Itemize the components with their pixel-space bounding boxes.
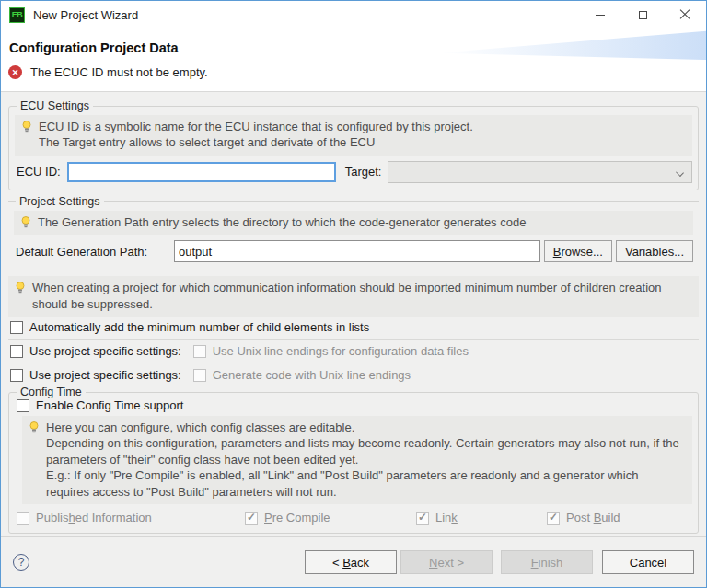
ecu-info-line-1: ECU ID is a symbolic name for the ECU in… [39, 119, 473, 134]
target-label: Target: [345, 165, 382, 179]
unix-line-endings-code-checkbox [193, 369, 206, 382]
enable-config-time-checkbox[interactable] [17, 399, 29, 412]
published-information-option: Published Information [17, 511, 245, 525]
error-message: The ECUC ID must not be empty. [30, 65, 208, 79]
generation-path-label: Default Generation Path: [16, 245, 174, 259]
config-time-group: Config Time Enable Config Time support H… [8, 386, 699, 534]
minimize-button[interactable] [579, 1, 621, 29]
post-build-checkbox [547, 512, 560, 525]
wizard-banner: Configuration Project Data The ECUC ID m… [1, 29, 706, 92]
error-icon [8, 65, 22, 79]
minimize-icon [596, 15, 605, 16]
auto-add-checkbox[interactable] [10, 321, 23, 334]
ecu-settings-legend: ECU Settings [17, 99, 93, 112]
window-title: New Project Wizard [33, 8, 138, 22]
use-project-specific-label-2[interactable]: Use project specific settings: [29, 368, 181, 382]
import-info-panel: When creating a project for which commun… [8, 276, 699, 317]
pre-compile-checkbox [245, 512, 258, 525]
target-dropdown[interactable] [388, 161, 692, 183]
published-information-checkbox [17, 512, 29, 525]
lightbulb-icon [16, 282, 25, 294]
unix-line-endings-config-checkbox [193, 345, 206, 358]
enable-config-time-label[interactable]: Enable Config Time support [36, 398, 183, 412]
separator [8, 363, 699, 363]
new-project-wizard-dialog: EB New Project Wizard Configuration Proj… [0, 0, 707, 588]
pre-compile-option: Pre Compile [245, 511, 416, 525]
browse-button[interactable]: Browse... [544, 240, 612, 262]
enable-config-time-row: Enable Config Time support [17, 398, 692, 412]
use-project-specific-checkbox-2[interactable] [10, 369, 23, 382]
ecu-info-line-2: The Target entry allows to select target… [39, 134, 473, 150]
back-button[interactable]: < Back [305, 550, 397, 574]
title-bar: EB New Project Wizard [1, 1, 706, 29]
cancel-button[interactable]: Cancel [602, 550, 694, 574]
use-project-specific-checkbox-1[interactable] [10, 345, 23, 358]
generation-path-input[interactable] [174, 240, 540, 262]
button-bar: ? < Back Next > Finish Cancel [1, 536, 706, 587]
lightbulb-icon [22, 121, 31, 133]
help-button[interactable]: ? [13, 554, 29, 571]
generation-path-info-panel: The Generation Path entry selects the di… [14, 211, 693, 235]
separator [8, 339, 699, 340]
post-build-option: Post Build [547, 511, 620, 525]
finish-button: Finish [501, 550, 593, 574]
next-button: Next > [400, 550, 493, 574]
ecu-settings-info-panel: ECU ID is a symbolic name for the ECU in… [15, 115, 692, 156]
project-settings-legend: Project Settings [16, 195, 104, 208]
config-time-info-para-3: E.g.: If only "Pre Compile" is enabled, … [46, 467, 684, 500]
generation-path-info: The Generation Path entry selects the di… [38, 214, 526, 230]
chevron-down-icon [676, 168, 684, 177]
project-settings-group: Project Settings The Generation Path ent… [8, 195, 699, 266]
auto-add-label[interactable]: Automatically add the minimum number of … [29, 320, 369, 334]
ecu-settings-group: ECU Settings ECU ID is a symbolic name f… [8, 99, 699, 190]
project-specific-row-2: Use project specific settings: Generate … [10, 368, 699, 382]
lightbulb-icon [21, 216, 30, 229]
close-button[interactable] [664, 1, 706, 29]
project-specific-row-1: Use project specific settings: Use Unix … [10, 344, 699, 358]
unix-line-endings-config-label: Use Unix line endings for configuration … [213, 344, 469, 358]
ecu-id-input[interactable] [67, 162, 336, 182]
use-project-specific-label-1[interactable]: Use project specific settings: [29, 344, 181, 358]
variables-button[interactable]: Variables... [616, 240, 693, 262]
config-time-info-para-1: Here you can configure, which config cla… [46, 420, 684, 435]
import-info-text: When creating a project for which commun… [32, 280, 690, 312]
separator [8, 271, 699, 271]
config-time-info-panel: Here you can configure, which config cla… [22, 416, 692, 504]
config-time-legend: Config Time [17, 386, 86, 398]
eb-app-icon: EB [9, 7, 25, 23]
link-checkbox [416, 512, 429, 525]
auto-add-row: Automatically add the minimum number of … [10, 320, 699, 334]
unix-line-endings-code-label: Generate code with Unix line endings [213, 368, 411, 382]
lightbulb-icon [29, 421, 39, 434]
maximize-icon [639, 11, 647, 19]
link-option: Link [416, 511, 547, 525]
ecu-id-label: ECU ID: [17, 165, 61, 179]
config-time-info-para-2: Depending on this configuration, paramet… [46, 435, 684, 467]
maximize-button[interactable] [621, 1, 664, 29]
close-icon [679, 9, 690, 20]
